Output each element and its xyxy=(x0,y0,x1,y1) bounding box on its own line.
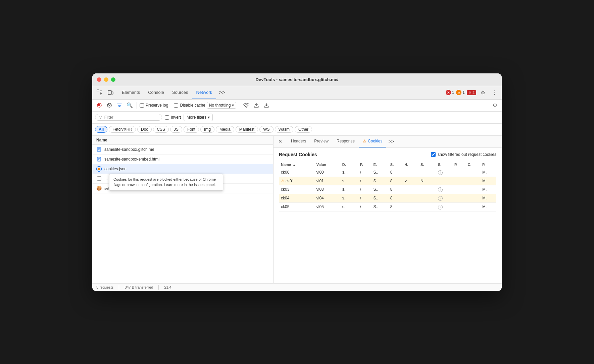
table-row[interactable]: ck04 vl04 s... / S.. 8 i xyxy=(279,194,496,202)
cell-s2 xyxy=(418,194,436,202)
info-icon[interactable]: i xyxy=(438,205,443,209)
transferred-size: 847 B transferred xyxy=(125,285,153,289)
cell-h xyxy=(402,168,418,177)
show-filtered-text: show filtered out request cookies xyxy=(438,152,496,157)
doc-icon-1 xyxy=(96,147,102,152)
tab-headers[interactable]: Headers xyxy=(287,136,310,148)
cell-p3: M. xyxy=(480,185,496,194)
settings-icon[interactable]: ⚙ xyxy=(478,88,488,97)
tab-cookies[interactable]: ⚠ Cookies xyxy=(359,136,386,148)
table-row[interactable]: ck03 vl03 s... / S.. 8 i xyxy=(279,185,496,194)
cell-e: S.. xyxy=(371,177,388,185)
svg-rect-0 xyxy=(97,90,99,92)
info-icon[interactable]: i xyxy=(438,170,443,175)
close-button[interactable] xyxy=(97,77,101,82)
maximize-button[interactable] xyxy=(111,77,115,82)
tab-network[interactable]: Network xyxy=(192,86,216,99)
type-filter-css[interactable]: CSS xyxy=(153,126,169,133)
info-icon[interactable]: i xyxy=(438,196,443,201)
cell-p: / xyxy=(358,202,372,211)
cell-d: s... xyxy=(340,194,358,202)
tab-sources[interactable]: Sources xyxy=(168,86,192,99)
cookies-warn-icon: ⚠ xyxy=(363,139,366,143)
table-row[interactable]: ck05 vl05 s... / S.. 8 i xyxy=(279,202,496,211)
inspect-icon[interactable] xyxy=(95,88,104,97)
request-item-1[interactable]: samesite-sandbox.glitch.me xyxy=(92,145,273,155)
table-row[interactable]: ⚠ck01 vl01 s... / S.. 8 ✓. N.. xyxy=(279,177,496,185)
tab-response[interactable]: Response xyxy=(333,136,359,148)
search-button[interactable]: 🔍 xyxy=(125,101,134,110)
download-icon[interactable] xyxy=(262,101,271,110)
filter-toggle-button[interactable] xyxy=(115,101,124,110)
tooltip-cookies: Cookies for this request are blocked eit… xyxy=(109,174,223,191)
type-filter-font[interactable]: Font xyxy=(184,126,199,133)
filter-funnel-icon xyxy=(99,115,102,119)
tab-bar: Elements Console Sources Network >> ✕ 1 … xyxy=(92,86,502,100)
type-filter-wasm[interactable]: Wasm xyxy=(275,126,294,133)
cookies-table: Name ▲ Value D. P. E. S. H. S. S. P. C. xyxy=(279,161,496,211)
stop-recording-button[interactable] xyxy=(95,101,104,110)
show-filtered-label[interactable]: show filtered out request cookies xyxy=(431,152,496,157)
tab-more[interactable]: >> xyxy=(216,89,228,96)
tab-console[interactable]: Console xyxy=(144,86,168,99)
type-filter-img[interactable]: Img xyxy=(200,126,214,133)
filter-input-wrap xyxy=(95,114,162,121)
type-filter-other[interactable]: Other xyxy=(295,126,312,133)
cell-p3: M. xyxy=(480,177,496,185)
cell-s3: i xyxy=(436,185,452,194)
request-item-3[interactable]: cookies.json Cookies for this request ar… xyxy=(92,164,273,174)
disable-cache-label[interactable]: Disable cache xyxy=(174,103,205,108)
type-filter-fetchxhr[interactable]: Fetch/XHR xyxy=(109,126,136,133)
type-filter-manifest[interactable]: Manifest xyxy=(236,126,258,133)
throttle-select[interactable]: No throttling ▾ xyxy=(207,102,237,109)
cell-d: s... xyxy=(340,168,358,177)
tab-preview[interactable]: Preview xyxy=(310,136,333,148)
upload-icon[interactable] xyxy=(252,101,261,110)
panel-close-button[interactable]: ✕ xyxy=(276,137,284,145)
status-sep-1 xyxy=(119,285,119,290)
table-row[interactable]: ck00 vl00 s... / S.. 8 i xyxy=(279,168,496,177)
invert-label[interactable]: Invert xyxy=(165,115,181,120)
preserve-log-label[interactable]: Preserve log xyxy=(140,103,168,108)
minimize-button[interactable] xyxy=(104,77,108,82)
requests-count: 5 requests xyxy=(96,285,113,289)
cell-p: / xyxy=(358,177,372,185)
cell-s: 8 xyxy=(388,177,402,185)
network-settings-icon[interactable]: ⚙ xyxy=(490,101,499,110)
tab-elements[interactable]: Elements xyxy=(118,86,144,99)
filter-input[interactable] xyxy=(104,115,158,120)
doc-icon-2 xyxy=(96,157,102,162)
cell-c xyxy=(466,168,480,177)
type-filter-all[interactable]: All xyxy=(95,126,107,133)
preserve-log-checkbox[interactable] xyxy=(140,103,144,108)
tab-bar-right: ✕ 1 ⚠ 1 ✕ 2 ⚙ ⋮ xyxy=(446,88,499,97)
window-title: DevTools - samesite-sandbox.glitch.me/ xyxy=(256,77,339,82)
devtools-window: DevTools - samesite-sandbox.glitch.me/ xyxy=(92,73,502,291)
error-count: 1 xyxy=(452,90,454,95)
cell-c xyxy=(466,194,480,202)
clear-button[interactable] xyxy=(105,101,114,110)
col-header-e: E. xyxy=(371,161,388,168)
col-header-name[interactable]: Name ▲ xyxy=(279,161,314,168)
resource-size: 21.4 xyxy=(164,285,171,289)
online-icon[interactable] xyxy=(242,101,251,110)
more-filters-button[interactable]: More filters ▾ xyxy=(184,114,213,121)
show-filtered-checkbox[interactable] xyxy=(431,152,436,157)
type-filter-ws[interactable]: WS xyxy=(259,126,273,133)
status-bar: 5 requests 847 B transferred 21.4 xyxy=(92,283,502,291)
type-filter-media[interactable]: Media xyxy=(216,126,234,133)
cell-s: 8 xyxy=(388,168,402,177)
type-filter-js[interactable]: JS xyxy=(170,126,182,133)
more-options-icon[interactable]: ⋮ xyxy=(490,88,499,97)
panel-tab-more[interactable]: >> xyxy=(386,139,396,144)
device-toggle-icon[interactable] xyxy=(106,88,115,97)
invert-checkbox[interactable] xyxy=(165,115,169,120)
svg-rect-20 xyxy=(97,177,101,181)
cell-s2: N.. xyxy=(418,177,436,185)
type-filter-doc[interactable]: Doc xyxy=(137,126,152,133)
info-icon[interactable]: i xyxy=(438,187,443,192)
col-header-p: P. xyxy=(358,161,372,168)
request-item-2[interactable]: samesite-sandbox-embed.html xyxy=(92,155,273,164)
more-filters-text: More filters ▾ xyxy=(187,115,210,120)
disable-cache-checkbox[interactable] xyxy=(174,103,178,108)
